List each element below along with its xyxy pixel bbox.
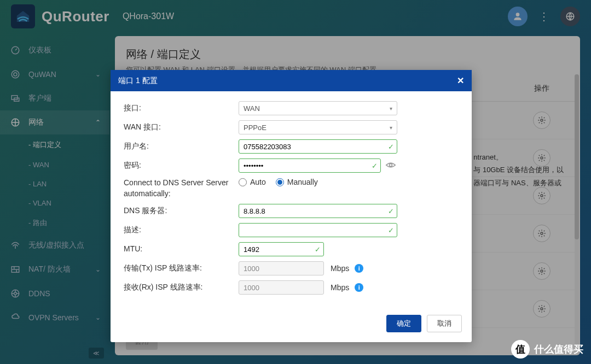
- wan-if-select[interactable]: PPPoE ▾: [239, 120, 397, 134]
- username-input[interactable]: [239, 139, 397, 154]
- label-tx: 传输(Tx) ISP 线路速率:: [124, 263, 239, 274]
- dialog-header: 端口 1 配置 ✕: [111, 70, 472, 91]
- label-dns-server: DNS 服务器:: [124, 206, 239, 216]
- watermark-icon: 值: [511, 340, 530, 359]
- label-password: 密码:: [124, 160, 239, 171]
- svg-point-17: [390, 163, 392, 166]
- check-icon: ✓: [372, 162, 378, 170]
- dns-server-input[interactable]: [239, 204, 397, 218]
- mtu-input[interactable]: [239, 242, 324, 256]
- rx-input[interactable]: [239, 280, 324, 295]
- desc-input[interactable]: [239, 223, 397, 237]
- caret-icon: ▾: [390, 125, 392, 131]
- label-interface: 接口:: [124, 103, 239, 114]
- ok-button[interactable]: 确定: [386, 315, 421, 332]
- label-dns-auto: Connect to DNS Server Server automatical…: [124, 178, 239, 199]
- eye-icon[interactable]: [385, 160, 396, 172]
- cancel-button[interactable]: 取消: [427, 315, 462, 332]
- close-icon[interactable]: ✕: [457, 75, 464, 86]
- label-wan-if: WAN 接口:: [124, 122, 239, 133]
- check-icon: ✓: [388, 143, 394, 151]
- check-icon: ✓: [388, 207, 394, 215]
- password-input[interactable]: [239, 158, 381, 173]
- label-mtu: MTU:: [124, 244, 239, 255]
- check-icon: ✓: [388, 226, 394, 234]
- caret-icon: ▾: [390, 105, 392, 111]
- tx-input[interactable]: [239, 261, 324, 275]
- radio-manual[interactable]: Manually: [276, 178, 318, 186]
- unit-mbps: Mbps: [331, 283, 349, 292]
- info-icon[interactable]: i: [355, 283, 363, 292]
- interface-select[interactable]: WAN ▾: [239, 101, 397, 115]
- label-rx: 接收(Rx) ISP 线路速率:: [124, 282, 239, 293]
- radio-auto[interactable]: Auto: [239, 178, 266, 186]
- watermark: 值 什么值得买: [511, 340, 583, 359]
- label-username: 用户名:: [124, 141, 239, 152]
- dialog-title: 端口 1 配置: [118, 76, 158, 86]
- check-icon: ✓: [315, 245, 321, 254]
- port-config-dialog: 端口 1 配置 ✕ 接口: WAN ▾ WAN 接口: PPPoE ▾ 用户名:: [111, 70, 472, 342]
- label-desc: 描述:: [124, 225, 239, 236]
- unit-mbps: Mbps: [331, 264, 349, 273]
- info-icon[interactable]: i: [355, 264, 363, 273]
